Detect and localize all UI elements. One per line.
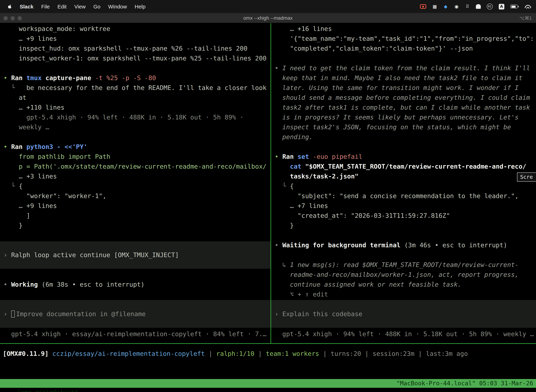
menu-item-view[interactable]: View — [74, 4, 86, 9]
text-segment: [OMX#0.11.9] — [3, 350, 53, 357]
menu-items: SlackFileEditViewGoWindowHelp — [20, 4, 145, 9]
text-segment: … +7 lines — [275, 202, 328, 209]
text-segment: "completed","claim_token":"claim-token"}… — [275, 45, 473, 52]
text-segment: later. Using the same for transition mig… — [275, 84, 519, 91]
menu-item-window[interactable]: Window — [108, 4, 127, 9]
text-segment: -euo pipefail — [313, 153, 362, 160]
menu-item-go[interactable]: Go — [93, 4, 100, 9]
text-segment: inspect_worker-1: omx sparkshell --tmux-… — [4, 54, 267, 62]
window-title-bar[interactable]: omx --xhigh --madmax ⌥⌘1 — [0, 13, 536, 23]
text-segment: should send a message before completing … — [275, 94, 530, 101]
text-segment: cat — [290, 163, 305, 170]
text-segment: last:3m ago — [426, 350, 468, 357]
menu-item-slack[interactable]: Slack — [20, 4, 34, 9]
text-segment: gpt-5.4 xhigh · 94% left · 488K in · 5.1… — [275, 330, 534, 338]
text-segment: { — [290, 182, 294, 190]
apple-menu-icon[interactable] — [7, 4, 12, 9]
app-grid-icon[interactable]: ⠿ — [465, 4, 470, 9]
text-segment: ralph:1/10 — [216, 350, 254, 357]
text-segment: continue assigned work or next feasible … — [275, 281, 461, 288]
text-segment: team:1 workers — [266, 350, 319, 357]
tmux-session-label: [omx-cczip0:bash* — [17, 388, 78, 392]
terminal-line: • Ran python3 - <<'PY' — [0, 142, 270, 152]
terminal-line — [271, 230, 536, 240]
text-segment: session:23m — [373, 350, 414, 357]
screen-recording-icon[interactable] — [420, 4, 426, 9]
terminal-line: p = Path('.omx/state/team/review-current… — [0, 162, 270, 171]
keyboard-icon[interactable]: ▦ — [432, 4, 437, 9]
battery-gauge-icon[interactable]: 61 — [487, 4, 493, 9]
terminal-line: … +3 lines — [0, 171, 270, 181]
terminal-line — [0, 63, 270, 73]
menu-item-help[interactable]: Help — [135, 4, 146, 9]
text-segment: | — [319, 350, 330, 357]
text-segment: … +9 lines — [4, 202, 57, 209]
text-segment: "subject": "send a concise recommendatio… — [275, 192, 519, 200]
terminal-line: inspect_worker-1: omx sparkshell --tmux-… — [0, 53, 270, 63]
ghost-icon[interactable] — [476, 4, 481, 9]
text-segment: inspect task2's JSON, focusing on the st… — [275, 123, 511, 131]
text-segment: '{"team_name":"my-team","task_id":"1","f… — [275, 35, 534, 42]
window-title: omx --xhigh --madmax — [0, 13, 536, 23]
terminal-line: } — [0, 221, 270, 230]
input-source-icon[interactable]: A — [499, 4, 504, 9]
terminal-line: keep that in mind. Maybe I also need the… — [271, 73, 536, 83]
terminal-line: should send a message before completing … — [271, 93, 536, 103]
text-segment: readme-and-reco/mailbox/worker-1.json, a… — [275, 271, 519, 278]
terminal-line: weekly … — [0, 122, 270, 132]
terminal-line: "worker": "worker-1", — [0, 191, 270, 201]
terminal-pane-right[interactable]: … +16 lines '{"team_name":"my-team","tas… — [271, 23, 536, 343]
terminal-line: • I need to get the claim token from the… — [271, 63, 536, 73]
text-segment: } — [4, 222, 23, 229]
text-segment: Ran — [11, 74, 26, 81]
terminal-line: readme-and-reco/mailbox/worker-1.json, a… — [271, 270, 536, 280]
spacer — [0, 289, 270, 300]
terminal-line: cat "$OMX_TEAM_STATE_ROOT/team/review-cu… — [271, 162, 536, 171]
composer-input[interactable]: › Explain this codebase — [271, 300, 536, 328]
terminal-line: at — [0, 93, 270, 103]
window-shortcut: ⌥⌘1 — [519, 13, 532, 23]
wifi-icon[interactable] — [525, 4, 531, 9]
terminal-line: "subject": "send a concise recommendatio… — [271, 191, 536, 201]
raycast-icon[interactable]: ◆ — [443, 4, 448, 9]
text-segment — [275, 163, 290, 170]
text-segment: • — [4, 74, 11, 81]
text-segment: | — [205, 350, 216, 357]
text-segment: set — [297, 153, 313, 160]
terminal-pane-left[interactable]: workspace_mode: worktree … +9 lines insp… — [0, 23, 270, 343]
battery-icon[interactable] — [510, 5, 518, 9]
text-segment: ⌥ + ↑ edit — [275, 290, 328, 298]
terminal-line — [271, 250, 536, 260]
menu-item-edit[interactable]: Edit — [57, 4, 67, 9]
notion-icon[interactable]: ◉ — [454, 4, 459, 9]
screen: SlackFileEditViewGoWindowHelp ▦◆◉⠿61A om… — [0, 0, 536, 392]
text-segment: 1 new msg(s): read $OMX_TEAM_STATE_ROOT/… — [290, 261, 519, 268]
text-segment: … +3 lines — [4, 173, 57, 180]
text-segment: › — [4, 251, 11, 258]
text-segment: Ralph loop active continue [OMX_TMUX_INJ… — [11, 251, 179, 258]
terminal-line: tasks/task-2.json" — [271, 171, 536, 181]
terminal-line: • Ran set -euo pipefail — [271, 152, 536, 162]
text-segment: ] — [4, 212, 30, 219]
terminal-line: from pathlib import Path — [0, 152, 270, 162]
terminal-line: … +7 lines — [271, 201, 536, 211]
text-segment: at — [4, 94, 26, 101]
text-segment: | — [254, 350, 266, 357]
terminal-line: ⌥ + ↑ edit — [271, 289, 536, 299]
menu-bar: SlackFileEditViewGoWindowHelp ▦◆◉⠿61A — [0, 0, 536, 13]
terminal-line: '{"team_name":"my-team","task_id":"1","f… — [271, 34, 536, 44]
terminal-line: is in progress? It seems likely but perh… — [271, 112, 536, 122]
composer-input[interactable]: › Improve documentation in @filename — [0, 300, 270, 328]
worker-inject-input[interactable]: › Ralph loop active continue [OMX_TMUX_I… — [0, 241, 270, 269]
terminal-line: › Explain this codebase — [271, 309, 536, 319]
text-segment: └ — [4, 84, 26, 91]
text-segment: { — [19, 182, 23, 190]
menu-item-file[interactable]: File — [41, 4, 50, 9]
terminal-line: • Working (6m 38s • esc to interrupt) — [0, 280, 270, 289]
terminal-line — [0, 132, 270, 142]
text-segment: Improve documentation in @filename — [16, 310, 146, 317]
terminal-line: ] — [0, 211, 270, 221]
text-segment: (6m 38s • esc to interrupt) — [42, 281, 144, 288]
terminal-line: continue assigned work or next feasible … — [271, 280, 536, 289]
text-segment: … +16 lines — [275, 25, 332, 32]
